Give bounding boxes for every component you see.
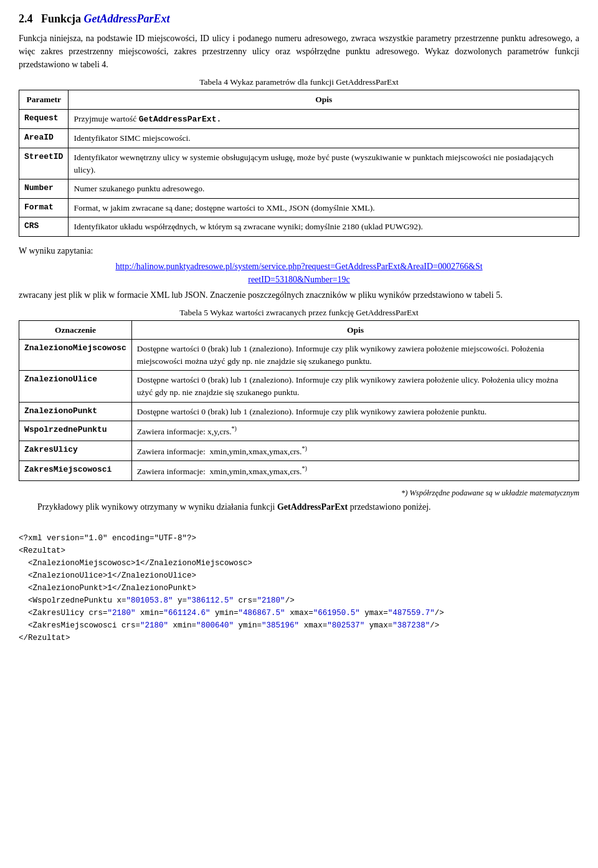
example-intro: Przykładowy plik wynikowy otrzymany w wy…: [37, 500, 579, 513]
intro-paragraph: Funkcja niniejsza, na podstawie ID miejs…: [19, 32, 579, 71]
table4: Parametr Opis Request Przyjmuje wartość …: [19, 90, 579, 237]
desc-number: Numer szukanego punktu adresowego.: [69, 179, 579, 199]
oznaczenie-znalezionomiejs: ZnalezionoMiejscowosc: [19, 340, 132, 371]
table5-footnote: *) Współrzędne podawane są w układzie ma…: [19, 489, 579, 498]
xml-line8: <ZakresMiejscowosci crs="2180" xmin="800…: [19, 621, 439, 630]
oznaczenie-zakresulic: ZakresUlicy: [19, 441, 132, 461]
xml-example-block: <?xml version="1.0" encoding="UTF-8"?> <…: [19, 520, 579, 644]
table5-col2-header: Opis: [131, 320, 579, 340]
oznaczenie-wspolrzednepunktu: WspolrzednePunktu: [19, 421, 132, 441]
desc-crs: Identyfikator układu współrzędnych, w kt…: [69, 217, 579, 237]
desc-znalezionomiejs: Dostępne wartości 0 (brak) lub 1 (znalez…: [131, 340, 579, 371]
desc-format: Format, w jakim zwracane są dane; dostęp…: [69, 198, 579, 217]
table-row: CRS Identyfikator układu współrzędnych, …: [19, 217, 579, 237]
param-format: Format: [19, 198, 69, 217]
table-row: ZakresUlicy Zawiera informacje: xmin,ymi…: [19, 441, 579, 461]
table4-caption: Tabela 4 Wykaz parametrów dla funkcji Ge…: [19, 77, 579, 87]
table-row: ZnalezionoMiejscowosc Dostępne wartości …: [19, 340, 579, 371]
wyniku-text2: zwracany jest plik w plik w formacie XML…: [19, 290, 503, 300]
example-intro-bold: GetAddressParExt: [277, 502, 348, 512]
table5-col1-header: Oznaczenie: [19, 320, 132, 340]
table-row: Request Przyjmuje wartość GetAddressParE…: [19, 109, 579, 129]
xml-line4: <ZnalezionoUlice>1</ZnalezionoUlice>: [19, 571, 196, 580]
example-intro2: przedstawiono poniżej.: [348, 502, 430, 512]
wyniku-link[interactable]: http://halinow.punktyadresowe.pl/system/…: [115, 262, 482, 271]
table4-col1-header: Parametr: [19, 90, 69, 110]
table5-caption: Tabela 5 Wykaz wartości zwracanych przez…: [19, 308, 579, 318]
result-block: W wyniku zapytania: http://halinow.punkt…: [19, 244, 579, 302]
table-row: AreaID Identyfikator SIMC miejscowości.: [19, 129, 579, 148]
param-areaid: AreaID: [19, 129, 69, 148]
oznaczenie-znalezionoulice: ZnalezionoUlice: [19, 371, 132, 402]
oznaczenie-znalezionopunkt: ZnalezionoPunkt: [19, 402, 132, 421]
table-row: StreetID Identyfikator wewnętrzny ulicy …: [19, 148, 579, 179]
desc-zakresmiejsc: Zawiera informacje: xmin,ymin,xmax,ymax,…: [131, 461, 579, 481]
xml-line7: <ZakresUlicy crs="2180" xmin="661124.6" …: [19, 609, 444, 618]
param-request: Request: [19, 109, 69, 129]
param-streetid: StreetID: [19, 148, 69, 179]
xml-line2: <Rezultat>: [19, 546, 65, 555]
desc-zakresulic: Zawiera informacje: xmin,ymin,xmax,ymax,…: [131, 441, 579, 461]
xml-line9: </Rezultat>: [19, 634, 70, 642]
table-row: ZnalezionoPunkt Dostępne wartości 0 (bra…: [19, 402, 579, 421]
desc-request: Przyjmuje wartość GetAddressParExt.: [69, 109, 579, 129]
section-title-normal: Funkcja: [41, 12, 84, 25]
desc-wspolrzednepunktu: Zawiera informacje: x,y,crs.*): [131, 421, 579, 441]
wyniku-text1: W wyniku zapytania:: [19, 246, 93, 255]
desc-streetid: Identyfikator wewnętrzny ulicy w systemi…: [69, 148, 579, 179]
param-crs: CRS: [19, 217, 69, 237]
table-row: WspolrzednePunktu Zawiera informacje: x,…: [19, 421, 579, 441]
table-row: Number Numer szukanego punktu adresowego…: [19, 179, 579, 199]
xml-line3: <ZnalezionoMiejscowosc>1</ZnalezionoMiej…: [19, 559, 252, 568]
xml-line6: <WspolrzednePunktu x="801053.8" y="38611…: [19, 596, 295, 605]
section-heading: 2.4 Funkcja GetAddressParExt: [19, 12, 579, 26]
desc-areaid: Identyfikator SIMC miejscowości.: [69, 129, 579, 148]
section-title-bolditalic: GetAddressParExt: [84, 12, 170, 25]
table5: Oznaczenie Opis ZnalezionoMiejscowosc Do…: [19, 320, 579, 482]
param-number: Number: [19, 179, 69, 199]
section-number: 2.4: [19, 12, 33, 25]
table-row: Format Format, w jakim zwracane są dane;…: [19, 198, 579, 217]
wyniku-link2[interactable]: reetID=53180&Number=19c: [248, 275, 350, 284]
table-row: ZnalezionoUlice Dostępne wartości 0 (bra…: [19, 371, 579, 402]
table-row: ZakresMiejscowosci Zawiera informacje: x…: [19, 461, 579, 481]
desc-znalezionopunkt: Dostępne wartości 0 (brak) lub 1 (znalez…: [131, 402, 579, 421]
xml-line1: <?xml version="1.0" encoding="UTF-8"?>: [19, 534, 196, 543]
table4-col2-header: Opis: [69, 90, 579, 110]
xml-line5: <ZnalezionoPunkt>1</ZnalezionoPunkt>: [19, 584, 196, 593]
oznaczenie-zakresmiejsc: ZakresMiejscowosci: [19, 461, 132, 481]
example-intro1: Przykładowy plik wynikowy otrzymany w wy…: [37, 502, 277, 512]
desc-znalezionoulice: Dostępne wartości 0 (brak) lub 1 (znalez…: [131, 371, 579, 402]
